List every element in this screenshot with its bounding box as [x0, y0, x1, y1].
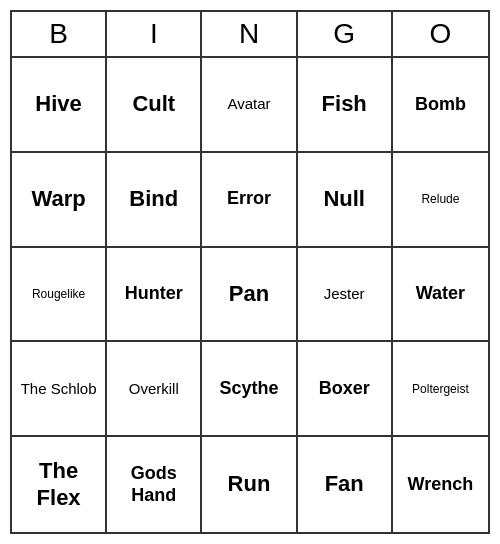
cell-text: Bomb	[415, 94, 466, 116]
cell-text: Rougelike	[32, 287, 85, 301]
cell-text: The Flex	[16, 458, 101, 511]
bingo-cell: Gods Hand	[107, 437, 202, 532]
bingo-cell: Rougelike	[12, 248, 107, 343]
cell-text: Avatar	[227, 95, 270, 113]
header-letter: N	[202, 12, 297, 56]
bingo-header: BINGO	[10, 10, 490, 56]
bingo-cell: Fish	[298, 58, 393, 153]
bingo-card: BINGO HiveCultAvatarFishBombWarpBindErro…	[10, 10, 490, 534]
cell-text: Error	[227, 188, 271, 210]
bingo-cell: Bind	[107, 153, 202, 248]
cell-text: Hunter	[125, 283, 183, 305]
bingo-cell: Cult	[107, 58, 202, 153]
cell-text: Pan	[229, 281, 269, 307]
bingo-cell: Jester	[298, 248, 393, 343]
cell-text: Null	[323, 186, 365, 212]
header-letter: I	[107, 12, 202, 56]
bingo-cell: Error	[202, 153, 297, 248]
bingo-cell: Warp	[12, 153, 107, 248]
bingo-cell: Overkill	[107, 342, 202, 437]
header-letter: O	[393, 12, 488, 56]
bingo-cell: Wrench	[393, 437, 488, 532]
cell-text: Fish	[322, 91, 367, 117]
cell-text: Cult	[132, 91, 175, 117]
bingo-cell: Avatar	[202, 58, 297, 153]
bingo-cell: Fan	[298, 437, 393, 532]
cell-text: Bind	[129, 186, 178, 212]
cell-text: Gods Hand	[111, 463, 196, 506]
bingo-cell: Bomb	[393, 58, 488, 153]
bingo-cell: Hunter	[107, 248, 202, 343]
cell-text: Boxer	[319, 378, 370, 400]
bingo-cell: Poltergeist	[393, 342, 488, 437]
bingo-cell: The Schlob	[12, 342, 107, 437]
cell-text: The Schlob	[21, 380, 97, 398]
cell-text: Jester	[324, 285, 365, 303]
bingo-cell: Null	[298, 153, 393, 248]
cell-text: Water	[416, 283, 465, 305]
cell-text: Hive	[35, 91, 81, 117]
cell-text: Fan	[325, 471, 364, 497]
bingo-cell: Water	[393, 248, 488, 343]
header-letter: G	[298, 12, 393, 56]
cell-text: Scythe	[219, 378, 278, 400]
cell-text: Warp	[32, 186, 86, 212]
bingo-cell: Scythe	[202, 342, 297, 437]
cell-text: Run	[228, 471, 271, 497]
bingo-cell: Run	[202, 437, 297, 532]
bingo-grid: HiveCultAvatarFishBombWarpBindErrorNullR…	[10, 56, 490, 534]
bingo-cell: Pan	[202, 248, 297, 343]
header-letter: B	[12, 12, 107, 56]
bingo-cell: Relude	[393, 153, 488, 248]
cell-text: Wrench	[408, 474, 474, 496]
cell-text: Overkill	[129, 380, 179, 398]
bingo-cell: Boxer	[298, 342, 393, 437]
cell-text: Relude	[421, 192, 459, 206]
bingo-cell: The Flex	[12, 437, 107, 532]
bingo-cell: Hive	[12, 58, 107, 153]
cell-text: Poltergeist	[412, 382, 469, 396]
